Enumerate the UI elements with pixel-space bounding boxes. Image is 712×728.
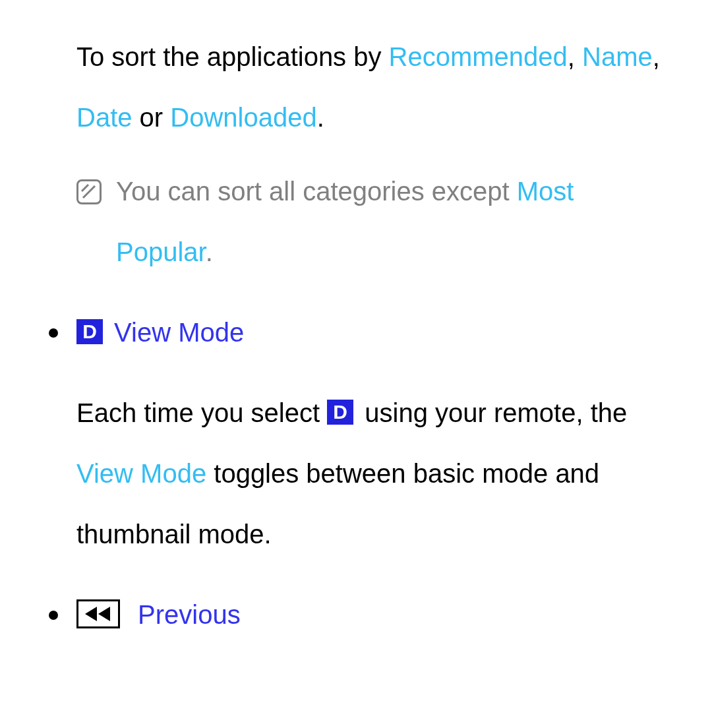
intro-suffix: . (317, 103, 324, 132)
previous-content: Previous (76, 584, 672, 645)
note-text: You can sort all categories except Most … (116, 161, 672, 282)
separator: , (568, 42, 582, 71)
body-prefix: Each time you select (76, 398, 327, 427)
note-block: You can sort all categories except Most … (76, 161, 672, 282)
view-mode-content: D View Mode Each time you select D using… (76, 302, 672, 564)
previous-header: Previous (76, 584, 672, 645)
sort-option-name: Name (582, 42, 653, 71)
note-icon (76, 179, 102, 204)
d-button-icon: D (76, 319, 103, 344)
separator: or (133, 103, 171, 132)
document-content: To sort the applications by Recommended,… (40, 26, 672, 645)
svg-line-1 (82, 185, 88, 191)
sort-option-recommended: Recommended (389, 42, 568, 71)
note-suffix: . (206, 237, 213, 266)
body-highlight: View Mode (76, 459, 206, 488)
list-item-view-mode: D View Mode Each time you select D using… (76, 302, 672, 564)
intro-prefix: To sort the applications by (76, 42, 389, 71)
note-prefix: You can sort all categories except (116, 177, 517, 206)
d-button-icon-inline: D (327, 400, 353, 425)
list-item-previous: Previous (76, 584, 672, 645)
view-mode-title: View Mode (107, 318, 244, 347)
note-block-wrapper: You can sort all categories except Most … (40, 161, 672, 282)
previous-section: Previous (40, 584, 672, 645)
view-mode-section: D View Mode Each time you select D using… (40, 302, 672, 564)
bullet-icon (49, 611, 58, 620)
separator: , (653, 42, 660, 71)
previous-title: Previous (131, 600, 241, 629)
view-mode-header: D View Mode (76, 302, 672, 363)
view-mode-body: Each time you select D using your remote… (76, 382, 672, 564)
intro-paragraph: To sort the applications by Recommended,… (40, 26, 672, 148)
rewind-icon (76, 599, 120, 628)
body-mid: using your remote, the (357, 398, 627, 427)
sort-option-date: Date (76, 103, 133, 132)
sort-option-downloaded: Downloaded (170, 103, 316, 132)
bullet-icon (49, 328, 58, 338)
